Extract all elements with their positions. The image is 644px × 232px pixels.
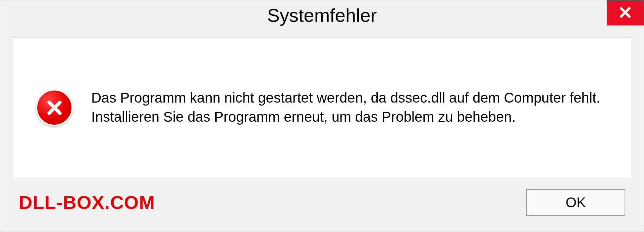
watermark-text: DLL-BOX.COM [19,191,155,213]
close-button[interactable] [607,0,644,25]
close-icon [618,5,632,21]
dialog-footer: DLL-BOX.COM OK [0,188,644,232]
error-message: Das Programm kann nicht gestartet werden… [91,89,608,126]
dialog-title: Systemfehler [267,4,377,26]
error-icon [36,89,73,126]
titlebar: Systemfehler [0,0,644,31]
content-area: Das Programm kann nicht gestartet werden… [12,37,632,178]
error-dialog: Systemfehler Das Programm kann nicht ges… [0,0,644,232]
ok-button[interactable]: OK [526,189,625,216]
